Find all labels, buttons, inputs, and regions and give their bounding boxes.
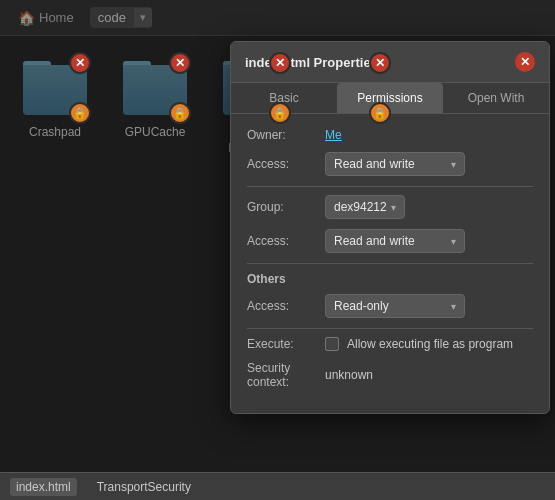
- statusbar-label: TransportSecurity: [97, 480, 191, 494]
- chevron-down-icon: ▾: [451, 301, 456, 312]
- chevron-down-icon: ▾: [391, 202, 396, 213]
- others-access-dropdown[interactable]: Read-only ▾: [325, 294, 465, 318]
- lock-badge: 🔒: [369, 102, 391, 124]
- divider: [247, 328, 533, 329]
- security-label: Security context:: [247, 361, 317, 389]
- security-value: unknown: [325, 368, 373, 382]
- dialog-title: index.html Properties: [245, 55, 378, 70]
- group-row: Group: dex94212 ▾: [247, 195, 533, 219]
- others-access-value: Read-only: [334, 299, 445, 313]
- close-button[interactable]: ✕: [515, 52, 535, 72]
- lock-badge: 🔒: [69, 102, 91, 124]
- group-access-value: Read and write: [334, 234, 445, 248]
- owner-value[interactable]: Me: [325, 128, 342, 142]
- divider: [247, 186, 533, 187]
- security-row: Security context: unknown: [247, 361, 533, 389]
- chevron-down-icon: ▾: [451, 236, 456, 247]
- dialog-overlay: index.html Properties ✕ Basic Permission…: [0, 0, 555, 500]
- execute-row: Execute: Allow executing file as program: [247, 337, 533, 351]
- statusbar-label: index.html: [16, 480, 71, 494]
- statusbar: index.html TransportSecurity: [0, 472, 555, 500]
- group-access-label: Access:: [247, 234, 317, 248]
- owner-access-value: Read and write: [334, 157, 445, 171]
- error-badge: ✕: [169, 52, 191, 74]
- tab-open-with[interactable]: Open With: [443, 83, 549, 113]
- group-access-dropdown[interactable]: Read and write ▾: [325, 229, 465, 253]
- owner-row: Owner: Me: [247, 128, 533, 142]
- others-header: Others: [247, 272, 533, 286]
- execute-checkbox-row: Allow executing file as program: [325, 337, 513, 351]
- statusbar-item: TransportSecurity: [97, 480, 191, 494]
- chevron-down-icon: ▾: [451, 159, 456, 170]
- owner-access-dropdown[interactable]: Read and write ▾: [325, 152, 465, 176]
- error-badge: ✕: [369, 52, 391, 74]
- lock-badge: 🔒: [269, 102, 291, 124]
- group-access-row: Access: Read and write ▾: [247, 229, 533, 253]
- group-value: dex94212: [334, 200, 387, 214]
- owner-access-row: Access: Read and write ▾: [247, 152, 533, 176]
- execute-checkbox-label: Allow executing file as program: [347, 337, 513, 351]
- divider: [247, 263, 533, 264]
- owner-label: Owner:: [247, 128, 317, 142]
- others-access-row: Access: Read-only ▾: [247, 294, 533, 318]
- dialog-body: Owner: Me Access: Read and write ▾ Group…: [231, 114, 549, 413]
- owner-access-label: Access:: [247, 157, 317, 171]
- group-label: Group:: [247, 200, 317, 214]
- error-badge: ✕: [69, 52, 91, 74]
- lock-badge: 🔒: [169, 102, 191, 124]
- error-badge: ✕: [269, 52, 291, 74]
- execute-label: Execute:: [247, 337, 317, 351]
- others-access-label: Access:: [247, 299, 317, 313]
- statusbar-item[interactable]: index.html: [10, 478, 77, 496]
- properties-dialog: index.html Properties ✕ Basic Permission…: [230, 41, 550, 414]
- group-dropdown[interactable]: dex94212 ▾: [325, 195, 405, 219]
- execute-checkbox[interactable]: [325, 337, 339, 351]
